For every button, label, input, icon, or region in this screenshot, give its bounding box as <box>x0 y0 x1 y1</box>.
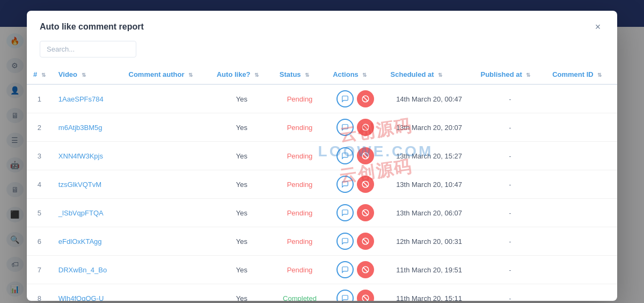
video-link[interactable]: DRXwBn_4_Bo <box>58 266 107 274</box>
sort-icon-num: ⇅ <box>41 72 46 78</box>
table-row: 4 tzsGlkVQTvM Yes Pending <box>27 170 617 199</box>
cell-published-at: - <box>474 227 546 256</box>
cell-comment-id <box>546 256 617 284</box>
cell-scheduled-at: 11th March 20, 15:11 <box>384 284 474 301</box>
status-badge: Pending <box>287 237 313 246</box>
modal-header: Auto like comment report × <box>27 11 617 41</box>
table-row: 5 _lSbVqpFTQA Yes Pending <box>27 199 617 227</box>
cell-video: DRXwBn_4_Bo <box>52 256 122 284</box>
svg-line-15 <box>363 296 368 300</box>
col-header-comment-id[interactable]: Comment ID ⇅ <box>546 65 617 84</box>
status-badge: Completed <box>283 294 317 301</box>
cell-actions <box>326 113 384 142</box>
cell-auto-like: Yes <box>210 199 273 227</box>
col-header-scheduled-at[interactable]: Scheduled at ⇅ <box>384 65 474 84</box>
cancel-action-button[interactable] <box>357 176 374 193</box>
cell-scheduled-at: 13th March 20, 10:47 <box>384 170 474 199</box>
comment-action-button[interactable] <box>336 147 354 164</box>
cell-comment-id <box>546 199 617 227</box>
col-header-published-at[interactable]: Published at ⇅ <box>474 65 546 84</box>
action-buttons <box>333 119 377 136</box>
cell-actions <box>326 84 384 113</box>
cell-published-at: - <box>474 84 546 113</box>
table-container: # ⇅ Video ⇅ Comment author ⇅ Auto like? … <box>27 65 617 301</box>
cell-comment-author <box>122 199 210 227</box>
modal-close-button[interactable]: × <box>591 20 604 33</box>
search-input[interactable] <box>40 41 136 57</box>
cancel-action-button[interactable] <box>357 290 374 301</box>
cell-actions <box>326 227 384 256</box>
svg-line-1 <box>363 97 368 101</box>
cancel-action-button[interactable] <box>357 233 374 250</box>
action-buttons <box>333 261 377 278</box>
status-badge: Pending <box>287 152 313 160</box>
comment-action-button[interactable] <box>336 290 354 301</box>
video-link[interactable]: eFdlOxKTAgg <box>58 237 102 246</box>
video-link[interactable]: m6Atjb3BM5g <box>58 124 103 132</box>
cell-comment-id <box>546 170 617 199</box>
col-header-video[interactable]: Video ⇅ <box>52 65 122 84</box>
modal-title: Auto like comment report <box>40 22 144 32</box>
svg-line-11 <box>363 239 368 243</box>
cell-status: Completed <box>273 284 326 301</box>
cell-scheduled-at: 12th March 20, 00:31 <box>384 227 474 256</box>
cell-num: 1 <box>27 84 52 113</box>
table-row: 3 XNN4fW3Kpjs Yes Pending <box>27 142 617 170</box>
cell-comment-author <box>122 170 210 199</box>
svg-line-5 <box>363 154 368 158</box>
sort-icon-video: ⇅ <box>82 72 86 78</box>
cell-actions <box>326 142 384 170</box>
cell-auto-like: Yes <box>210 256 273 284</box>
cell-video: eFdlOxKTAgg <box>52 227 122 256</box>
comment-action-button[interactable] <box>336 176 354 193</box>
video-link[interactable]: 1AaeSPFs784 <box>58 95 104 103</box>
sort-icon-scheduled-at: ⇅ <box>438 72 442 78</box>
cell-comment-author <box>122 284 210 301</box>
cancel-action-button[interactable] <box>357 204 374 221</box>
cancel-action-button[interactable] <box>357 119 374 136</box>
table-row: 1 1AaeSPFs784 Yes Pending <box>27 84 617 113</box>
cell-video: Wlh4fQgQG-U <box>52 284 122 301</box>
col-header-comment-author[interactable]: Comment author ⇅ <box>122 65 210 84</box>
cell-auto-like: Yes <box>210 284 273 301</box>
modal-dialog: Auto like comment report × # ⇅ Video ⇅ C… <box>27 11 617 301</box>
cancel-action-button[interactable] <box>357 90 374 107</box>
cell-comment-id <box>546 284 617 301</box>
cell-published-at: - <box>474 170 546 199</box>
col-header-status[interactable]: Status ⇅ <box>273 65 326 84</box>
video-link[interactable]: tzsGlkVQTvM <box>58 181 101 189</box>
cell-comment-author <box>122 142 210 170</box>
report-table: # ⇅ Video ⇅ Comment author ⇅ Auto like? … <box>27 65 617 301</box>
video-link[interactable]: Wlh4fQgQG-U <box>58 294 104 301</box>
cell-scheduled-at: 13th March 20, 06:07 <box>384 199 474 227</box>
cell-auto-like: Yes <box>210 170 273 199</box>
video-link[interactable]: XNN4fW3Kpjs <box>58 152 103 160</box>
comment-action-button[interactable] <box>336 233 354 250</box>
cell-scheduled-at: 13th March 20, 15:27 <box>384 142 474 170</box>
cell-scheduled-at: 11th March 20, 19:51 <box>384 256 474 284</box>
cell-auto-like: Yes <box>210 113 273 142</box>
comment-action-button[interactable] <box>336 204 354 221</box>
status-badge: Pending <box>287 95 313 103</box>
comment-action-button[interactable] <box>336 90 354 107</box>
comment-action-button[interactable] <box>336 261 354 278</box>
cancel-action-button[interactable] <box>357 261 374 278</box>
col-header-num[interactable]: # ⇅ <box>27 65 52 84</box>
col-header-auto-like[interactable]: Auto like? ⇅ <box>210 65 273 84</box>
cancel-action-button[interactable] <box>357 147 374 164</box>
table-row: 7 DRXwBn_4_Bo Yes Pending <box>27 256 617 284</box>
cell-video: 1AaeSPFs784 <box>52 84 122 113</box>
action-buttons <box>333 290 377 301</box>
cell-status: Pending <box>273 84 326 113</box>
cell-num: 7 <box>27 256 52 284</box>
cell-video: XNN4fW3Kpjs <box>52 142 122 170</box>
cell-comment-author <box>122 256 210 284</box>
video-link[interactable]: _lSbVqpFTQA <box>58 209 104 217</box>
col-header-actions[interactable]: Actions ⇅ <box>326 65 384 84</box>
cell-status: Pending <box>273 113 326 142</box>
cell-num: 4 <box>27 170 52 199</box>
status-badge: Pending <box>287 181 313 189</box>
cell-auto-like: Yes <box>210 84 273 113</box>
comment-action-button[interactable] <box>336 119 354 136</box>
cell-status: Pending <box>273 142 326 170</box>
